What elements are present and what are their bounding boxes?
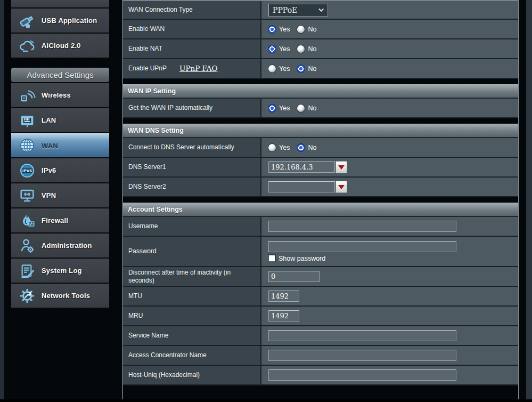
- sidebar-item-firewall[interactable]: Firewall: [11, 208, 109, 232]
- right-edge-strip: [526, 0, 532, 402]
- field-label: WAN Connection Type: [123, 1, 261, 19]
- usb-icon: [18, 12, 36, 30]
- radio-no-label: No: [308, 104, 316, 112]
- password-input[interactable]: [268, 241, 456, 252]
- dns-server1-input[interactable]: [268, 162, 335, 173]
- radio-yes-label: Yes: [279, 45, 290, 53]
- radio-yes[interactable]: [268, 144, 276, 151]
- row-service-name: Service Name: [123, 326, 518, 346]
- field-label: Username: [123, 217, 261, 236]
- wan-settings-panel: WAN Connection Type PPPoE Enable WAN Yes…: [122, 0, 519, 402]
- service-name-input[interactable]: [268, 330, 456, 341]
- row-mtu: MTU: [123, 287, 518, 307]
- sidebar: USB Application AiCloud 2.0 Advanced Set…: [11, 0, 109, 309]
- section-wan-ip: WAN IP Setting Get the WAN IP automatica…: [123, 84, 518, 118]
- sidebar-item-usb-application[interactable]: USB Application: [11, 9, 109, 33]
- enable-upnp-radio-group: Yes No: [268, 65, 324, 73]
- sidebar-item-label: USB Application: [42, 17, 97, 25]
- sidebar-item-label: System Log: [42, 267, 82, 275]
- field-label: Get the WAN IP automatically: [123, 99, 261, 117]
- connect-dns-radio-group: Yes No: [268, 144, 324, 151]
- sidebar-item-label: Wireless: [42, 91, 71, 99]
- upnp-faq-link[interactable]: UPnP FAQ: [179, 64, 218, 73]
- field-label: Enable NAT: [123, 39, 261, 58]
- show-password-row: Show password: [268, 255, 325, 262]
- row-get-wan-ip-auto: Get the WAN IP automatically Yes No: [123, 99, 518, 118]
- svg-text:IPV6: IPV6: [22, 168, 32, 173]
- radio-yes[interactable]: [268, 26, 276, 33]
- section-account: Account Settings Username Password Show …: [123, 203, 518, 385]
- cloud-icon: [18, 37, 36, 55]
- sidebar-item-ipv6[interactable]: IPV6 IPv6: [11, 158, 109, 182]
- radio-yes[interactable]: [268, 65, 276, 73]
- sidebar-item-wan[interactable]: WAN: [11, 133, 109, 157]
- radio-yes[interactable]: [268, 45, 276, 53]
- field-label: DNS Server2: [123, 178, 261, 196]
- radio-no-label: No: [308, 26, 316, 33]
- advanced-settings-header: Advanced Settings: [11, 68, 109, 82]
- section-title: WAN DNS Setting: [123, 124, 518, 138]
- row-host-uniq: Host-Uniq (Hexadecimal): [123, 366, 518, 385]
- mtu-input[interactable]: [268, 291, 299, 302]
- network-tools-gear-icon: [18, 287, 36, 305]
- field-label: Access Concentrator Name: [123, 346, 261, 365]
- radio-no[interactable]: [297, 65, 305, 73]
- sidebar-item-wireless[interactable]: Wireless: [11, 83, 109, 107]
- show-password-checkbox[interactable]: [268, 255, 275, 262]
- section-wan-dns: WAN DNS Setting Connect to DNS Server au…: [123, 124, 518, 197]
- radio-no[interactable]: [297, 26, 305, 33]
- bottom-edge-strip: [0, 399, 532, 402]
- row-enable-upnp: Enable UPnP UPnP FAQ Yes No: [123, 59, 518, 79]
- radio-no-label: No: [308, 45, 316, 53]
- field-label: Enable UPnP UPnP FAQ: [123, 59, 261, 78]
- row-connect-dns-auto: Connect to DNS Server automatically Yes …: [123, 138, 518, 158]
- system-log-icon: [18, 262, 36, 280]
- field-label: Host-Uniq (Hexadecimal): [123, 366, 261, 384]
- enable-nat-radio-group: Yes No: [268, 45, 324, 53]
- dns-server2-dropdown-button[interactable]: [335, 181, 347, 193]
- admin-user-gear-icon: [18, 237, 36, 255]
- dropdown-arrow-icon: [338, 165, 345, 170]
- radio-yes[interactable]: [268, 104, 276, 112]
- mru-input[interactable]: [268, 310, 299, 321]
- enable-wan-radio-group: Yes No: [268, 26, 324, 33]
- username-input[interactable]: [268, 221, 456, 232]
- dns-server2-input[interactable]: [268, 181, 335, 192]
- row-mru: MRU: [123, 307, 518, 326]
- field-label: Password: [123, 237, 261, 266]
- vpn-monitor-icon: [18, 187, 36, 205]
- dns-server1-dropdown-button[interactable]: [335, 161, 347, 173]
- radio-no[interactable]: [297, 45, 305, 53]
- sidebar-item-lan[interactable]: LAN: [11, 108, 109, 132]
- idle-disconnect-input[interactable]: [268, 271, 320, 282]
- host-uniq-input[interactable]: [268, 369, 456, 381]
- radio-yes-label: Yes: [279, 144, 290, 151]
- radio-yes-label: Yes: [279, 104, 290, 112]
- wan-connection-type-select[interactable]: PPPoE: [268, 4, 328, 17]
- sidebar-item-partial[interactable]: [11, 0, 109, 7]
- chevron-down-icon: [318, 6, 324, 12]
- field-label: DNS Server1: [123, 158, 261, 176]
- sidebar-item-administration[interactable]: Administration: [11, 234, 109, 258]
- radio-no-label: No: [308, 65, 316, 73]
- wireless-icon: [18, 86, 36, 104]
- access-concentrator-input[interactable]: [268, 350, 456, 361]
- sidebar-item-label: LAN: [42, 116, 56, 124]
- field-label: Enable WAN: [123, 20, 261, 38]
- lan-port-icon: [18, 111, 36, 130]
- row-dns-server1: DNS Server1: [123, 158, 518, 178]
- sidebar-item-aicloud[interactable]: AiCloud 2.0: [11, 34, 109, 58]
- sidebar-item-vpn[interactable]: VPN: [11, 183, 109, 207]
- radio-no[interactable]: [297, 104, 305, 112]
- selected-option: PPPoE: [273, 6, 297, 14]
- field-label-text: Enable UPnP: [128, 65, 167, 73]
- row-access-concentrator: Access Concentrator Name: [123, 346, 518, 366]
- row-dns-server2: DNS Server2: [123, 178, 518, 197]
- section-title: WAN IP Setting: [123, 84, 518, 99]
- sidebar-item-network-tools[interactable]: Network Tools: [11, 284, 109, 308]
- row-enable-wan: Enable WAN Yes No: [123, 20, 518, 39]
- radio-no[interactable]: [297, 144, 305, 151]
- sidebar-item-system-log[interactable]: System Log: [11, 259, 109, 283]
- field-label: MRU: [123, 307, 261, 325]
- field-label: Disconnect after time of inactivity (in …: [123, 267, 261, 286]
